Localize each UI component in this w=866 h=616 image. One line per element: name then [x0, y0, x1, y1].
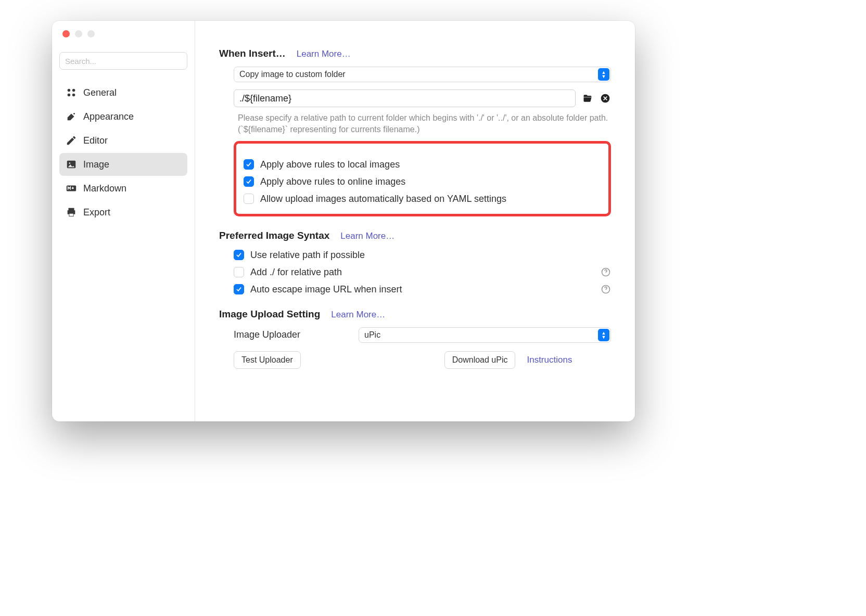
highlighted-rules-box: Apply above rules to local images Apply … — [234, 141, 611, 216]
sidebar-item-editor[interactable]: Editor — [59, 129, 187, 152]
help-icon[interactable] — [601, 284, 611, 294]
clear-path-button[interactable] — [600, 93, 611, 104]
sidebar-item-appearance[interactable]: Appearance — [59, 105, 187, 128]
insert-action-selected-value: Copy image to custom folder — [239, 70, 346, 79]
syntax-relative-path-label: Use relative path if possible — [250, 250, 365, 261]
sidebar-item-export[interactable]: Export — [59, 201, 187, 224]
insert-section-body: Copy image to custom folder ▲▼ Please sp… — [219, 67, 611, 216]
sidebar-item-label: Export — [83, 207, 110, 218]
instructions-link[interactable]: Instructions — [527, 355, 572, 365]
markdown-icon — [66, 183, 77, 194]
learn-more-insert-link[interactable]: Learn More… — [297, 49, 351, 59]
sidebar-item-label: Editor — [83, 135, 108, 146]
path-helper-text: Please specify a relative path to curren… — [234, 112, 611, 136]
rule-online-images-row: Apply above rules to online images — [244, 176, 601, 187]
insert-action-select[interactable]: Copy image to custom folder ▲▼ — [234, 67, 611, 82]
image-icon — [66, 159, 77, 170]
sidebar-item-label: Appearance — [83, 111, 134, 122]
syntax-dotslash-row: Add ./ for relative path — [234, 267, 611, 278]
uploader-selected-value: uPic — [364, 330, 380, 340]
minimize-window-button[interactable] — [75, 30, 82, 37]
section-title-syntax: Preferred Image Syntax — [219, 230, 329, 241]
rule-local-images-checkbox[interactable] — [244, 159, 254, 170]
chevron-updown-icon: ▲▼ — [598, 329, 609, 341]
sidebar-item-general[interactable]: General — [59, 81, 187, 104]
custom-folder-path-input[interactable] — [234, 89, 576, 107]
rule-online-images-checkbox[interactable] — [244, 176, 254, 187]
maximize-window-button[interactable] — [87, 30, 95, 37]
rule-yaml-upload-checkbox[interactable] — [244, 194, 254, 204]
svg-point-0 — [68, 89, 71, 92]
rule-local-images-label: Apply above rules to local images — [260, 159, 400, 170]
syntax-autoescape-label: Auto escape image URL when insert — [250, 284, 402, 295]
paint-icon — [66, 111, 77, 122]
svg-point-1 — [72, 89, 75, 92]
grid-icon — [66, 87, 77, 98]
section-title-insert: When Insert… — [219, 48, 286, 59]
rule-yaml-upload-row: Allow upload images automatically based … — [244, 194, 601, 204]
download-uploader-button[interactable]: Download uPic — [444, 351, 516, 369]
svg-point-2 — [68, 94, 71, 97]
section-title-upload: Image Upload Setting — [219, 309, 320, 319]
syntax-relative-path-checkbox[interactable] — [234, 250, 244, 260]
sidebar-item-image[interactable]: Image — [59, 153, 187, 176]
syntax-dotslash-label: Add ./ for relative path — [250, 267, 342, 278]
syntax-dotslash-checkbox[interactable] — [234, 267, 244, 277]
folder-open-button[interactable] — [582, 93, 593, 104]
close-window-button[interactable] — [62, 30, 70, 37]
sidebar-item-markdown[interactable]: Markdown — [59, 177, 187, 200]
learn-more-upload-link[interactable]: Learn More… — [331, 310, 385, 319]
printer-icon — [66, 207, 77, 218]
preferences-window: General Appearance Editor — [52, 21, 635, 421]
sidebar-nav: General Appearance Editor — [59, 81, 187, 224]
pencil-icon — [66, 135, 77, 146]
sidebar-item-label: Image — [83, 159, 109, 170]
uploader-select[interactable]: uPic ▲▼ — [359, 327, 611, 343]
sidebar: General Appearance Editor — [52, 21, 195, 421]
sidebar-item-label: General — [83, 87, 117, 98]
learn-more-syntax-link[interactable]: Learn More… — [340, 231, 394, 241]
uploader-label: Image Uploader — [234, 329, 343, 340]
syntax-autoescape-checkbox[interactable] — [234, 284, 244, 294]
content-pane: When Insert… Learn More… Copy image to c… — [195, 21, 635, 421]
help-icon[interactable] — [601, 267, 611, 277]
rule-online-images-label: Apply above rules to online images — [260, 176, 405, 187]
syntax-relative-path-row: Use relative path if possible — [234, 250, 611, 261]
search-input[interactable] — [59, 52, 187, 70]
rule-yaml-upload-label: Allow upload images automatically based … — [260, 194, 506, 204]
syntax-autoescape-row: Auto escape image URL when insert — [234, 284, 611, 295]
svg-point-5 — [69, 162, 70, 164]
svg-point-3 — [72, 94, 75, 97]
sidebar-item-label: Markdown — [83, 183, 126, 194]
svg-rect-7 — [69, 214, 73, 216]
test-uploader-button[interactable]: Test Uploader — [234, 351, 301, 369]
chevron-updown-icon: ▲▼ — [598, 68, 609, 81]
window-controls — [62, 30, 95, 37]
rule-local-images-row: Apply above rules to local images — [244, 159, 601, 170]
